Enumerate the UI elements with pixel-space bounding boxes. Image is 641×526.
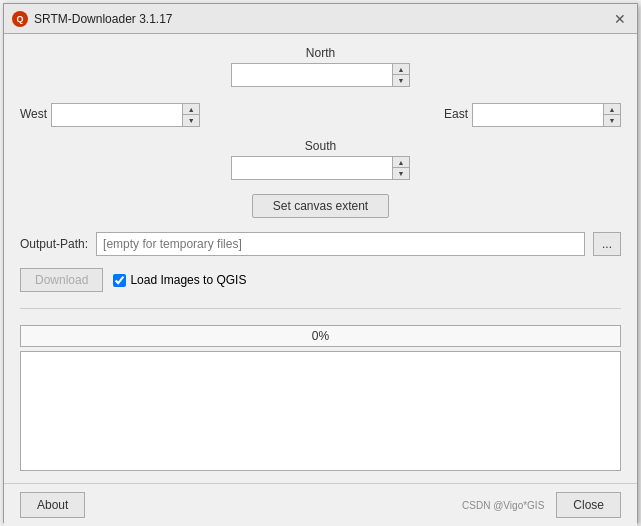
south-decrement-btn[interactable]: ▼ bbox=[393, 168, 409, 179]
east-label: East bbox=[444, 107, 468, 121]
west-increment-btn[interactable]: ▲ bbox=[183, 104, 199, 115]
main-content: North 0 ▲ ▼ West 0 ▲ bbox=[4, 34, 637, 483]
app-icon: Q bbox=[12, 11, 28, 27]
east-input[interactable]: 0 bbox=[473, 104, 603, 126]
south-increment-btn[interactable]: ▲ bbox=[393, 157, 409, 168]
north-spinbox: 0 ▲ ▼ bbox=[231, 63, 410, 87]
divider bbox=[20, 308, 621, 309]
south-input-row: 0 ▲ ▼ bbox=[231, 156, 410, 180]
log-section: 0% bbox=[20, 325, 621, 471]
download-row: Download Load Images to QGIS bbox=[20, 268, 621, 292]
watermark-text: CSDN @Vigo*GIS bbox=[462, 500, 544, 511]
progress-bar-container: 0% bbox=[20, 325, 621, 347]
bottom-right: CSDN @Vigo*GIS Close bbox=[462, 492, 621, 518]
close-icon[interactable]: ✕ bbox=[611, 10, 629, 28]
south-section: South 0 ▲ ▼ bbox=[20, 139, 621, 180]
east-group: East 0 ▲ ▼ bbox=[444, 103, 621, 127]
north-input[interactable]: 0 bbox=[232, 64, 392, 86]
north-increment-btn[interactable]: ▲ bbox=[393, 64, 409, 75]
close-button[interactable]: Close bbox=[556, 492, 621, 518]
west-spinbox-btns: ▲ ▼ bbox=[182, 104, 199, 126]
browse-button[interactable]: ... bbox=[593, 232, 621, 256]
north-label: North bbox=[306, 46, 335, 60]
progress-text: 0% bbox=[312, 329, 329, 343]
west-decrement-btn[interactable]: ▼ bbox=[183, 115, 199, 126]
west-spinbox: 0 ▲ ▼ bbox=[51, 103, 200, 127]
output-path-input[interactable] bbox=[96, 232, 585, 256]
south-spinbox-btns: ▲ ▼ bbox=[392, 157, 409, 179]
log-area[interactable] bbox=[20, 351, 621, 471]
main-window: Q SRTM-Downloader 3.1.17 ✕ North 0 ▲ ▼ bbox=[3, 3, 638, 523]
output-label: Output-Path: bbox=[20, 237, 88, 251]
north-spinbox-btns: ▲ ▼ bbox=[392, 64, 409, 86]
south-spinbox: 0 ▲ ▼ bbox=[231, 156, 410, 180]
about-button[interactable]: About bbox=[20, 492, 85, 518]
west-east-row: West 0 ▲ ▼ East 0 ▲ ▼ bbox=[20, 103, 621, 127]
south-label: South bbox=[305, 139, 336, 153]
window-title: SRTM-Downloader 3.1.17 bbox=[34, 12, 173, 26]
west-label: West bbox=[20, 107, 47, 121]
output-row: Output-Path: ... bbox=[20, 232, 621, 256]
north-decrement-btn[interactable]: ▼ bbox=[393, 75, 409, 86]
load-images-checkbox[interactable] bbox=[113, 274, 126, 287]
north-input-row: 0 ▲ ▼ bbox=[231, 63, 410, 87]
set-canvas-row: Set canvas extent bbox=[20, 190, 621, 226]
north-section: North 0 ▲ ▼ bbox=[20, 46, 621, 87]
titlebar: Q SRTM-Downloader 3.1.17 ✕ bbox=[4, 4, 637, 34]
east-decrement-btn[interactable]: ▼ bbox=[604, 115, 620, 126]
load-images-label[interactable]: Load Images to QGIS bbox=[113, 273, 246, 287]
west-input[interactable]: 0 bbox=[52, 104, 182, 126]
bottom-bar: About CSDN @Vigo*GIS Close bbox=[4, 483, 637, 526]
titlebar-left: Q SRTM-Downloader 3.1.17 bbox=[12, 11, 173, 27]
east-spinbox: 0 ▲ ▼ bbox=[472, 103, 621, 127]
south-input[interactable]: 0 bbox=[232, 157, 392, 179]
download-button[interactable]: Download bbox=[20, 268, 103, 292]
east-spinbox-btns: ▲ ▼ bbox=[603, 104, 620, 126]
east-increment-btn[interactable]: ▲ bbox=[604, 104, 620, 115]
west-group: West 0 ▲ ▼ bbox=[20, 103, 200, 127]
set-canvas-button[interactable]: Set canvas extent bbox=[252, 194, 389, 218]
load-images-text: Load Images to QGIS bbox=[130, 273, 246, 287]
